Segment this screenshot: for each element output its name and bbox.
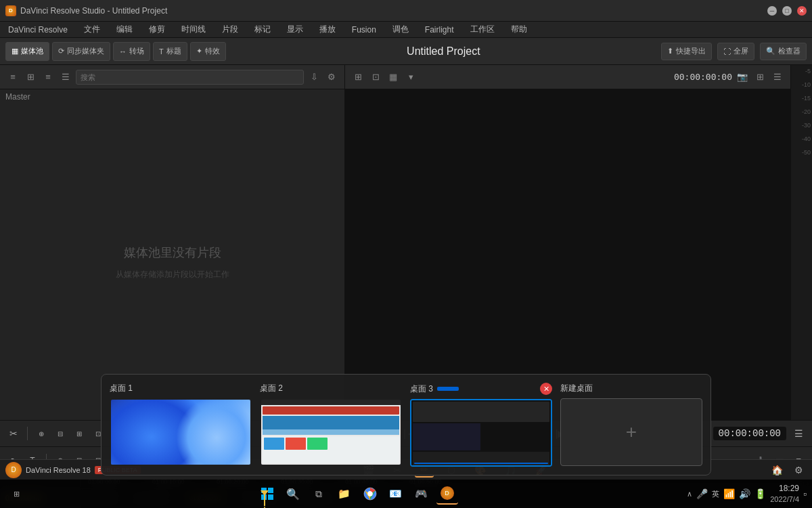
desktop-1-name: 桌面 1 [110, 383, 133, 394]
d3-highlight [414, 463, 548, 464]
preview-toolbar: ⊞ ⊡ ▦ ▾ 00:00:00:00 📷 ⊞ ☰ [345, 65, 790, 89]
wifi-icon[interactable]: 📶 [723, 488, 735, 499]
preview-panel: ⊞ ⊡ ▦ ▾ 00:00:00:00 📷 ⊞ ☰ [345, 65, 790, 420]
menu-edit[interactable]: 编辑 [114, 22, 135, 37]
new-desktop-item[interactable]: 新建桌面 + [560, 383, 702, 467]
new-desktop-preview[interactable]: + [560, 398, 702, 466]
davinci-taskbar-icon: D [441, 486, 454, 500]
desktop-switcher-popup: 桌面 1 桌面 2 [101, 374, 711, 475]
taskbar-search-btn[interactable]: 🔍 [282, 483, 304, 505]
menu-trim[interactable]: 修剪 [146, 22, 168, 37]
taskbar-center: 🔍 ⧉ 📁 📧 🎮 D [27, 483, 687, 505]
menu-clip[interactable]: 片段 [219, 22, 241, 37]
input-method[interactable]: 英 [712, 489, 719, 499]
menu-fairlight[interactable]: Fairlight [422, 24, 457, 36]
maximize-button[interactable]: □ [782, 6, 792, 16]
desktop-3-close-btn[interactable]: ✕ [540, 383, 552, 395]
menu-davinci[interactable]: DaVinci Resolve [5, 24, 70, 36]
desktop-1-preview[interactable] [110, 398, 252, 466]
media-pool-empty-sub: 从媒体存储添加片段以开始工作 [116, 269, 229, 280]
fullscreen-button[interactable]: ⛶ 全屏 [717, 43, 754, 60]
taskbar-clock[interactable]: 18:29 2022/7/4 [770, 483, 799, 505]
menu-color[interactable]: 调色 [390, 22, 411, 37]
taskbar-app5[interactable]: 🎮 [411, 483, 432, 505]
taskbar-task-view[interactable]: ⧉ [308, 483, 330, 505]
menu-bar: DaVinci Resolve 文件 编辑 修剪 时间线 片段 标记 显示 播放… [0, 22, 812, 38]
menu-workspace[interactable]: 工作区 [468, 22, 497, 37]
quick-export-button[interactable]: ⬆ 快捷导出 [661, 43, 712, 60]
media-pool-empty-main: 媒体池里没有片段 [124, 245, 221, 261]
ws-settings-btn[interactable]: ⚙ [790, 462, 807, 478]
system-tray-expand[interactable]: ∧ [687, 490, 692, 499]
transition-icon: ↔ [119, 47, 127, 56]
fullscreen-icon: ⛶ [723, 47, 731, 56]
menu-marker[interactable]: 标记 [252, 22, 273, 37]
menu-view[interactable]: 显示 [284, 22, 306, 37]
windows-taskbar: ⊞ 🔍 ⧉ 📁 [0, 480, 812, 508]
taskbar-davinci[interactable]: D [436, 483, 458, 505]
tool-1[interactable]: ⊕ [33, 425, 49, 442]
mp-view-btn4[interactable]: ☰ [58, 70, 73, 85]
menu-fusion[interactable]: Fusion [349, 24, 379, 36]
desktop-3-preview[interactable] [410, 399, 552, 467]
taskbar-left: ⊞ [5, 483, 27, 505]
ws-home-btn[interactable]: 🏠 [769, 462, 785, 478]
ws-right: 🏠 ⚙ [769, 462, 807, 478]
menu-play[interactable]: 播放 [317, 22, 338, 37]
minimize-button[interactable]: ─ [767, 6, 777, 16]
microphone-icon[interactable]: 🎤 [696, 488, 708, 499]
preview-btn3[interactable]: ▦ [386, 70, 401, 85]
preview-timecode-toggle[interactable]: ▾ [403, 70, 418, 85]
desktop-1-label-area: 桌面 1 [110, 383, 252, 394]
menu-help[interactable]: 帮助 [508, 22, 530, 37]
davinci-logo: D [5, 462, 22, 478]
toolbar-effects[interactable]: ✦ 特效 [190, 42, 226, 61]
preview-btn1[interactable]: ⊞ [351, 70, 365, 85]
toolbar-sync[interactable]: ⟳ 同步媒体夹 [52, 42, 110, 61]
title-bar-text: DaVinci Resolve Studio - Untitled Projec… [20, 6, 167, 16]
tool-3[interactable]: ⊞ [71, 425, 87, 442]
desktop-item-3[interactable]: 桌面 3 ✕ [410, 383, 552, 467]
media-pool-master-label: Master [0, 89, 36, 104]
effects-icon: ✦ [196, 47, 202, 56]
taskbar-file-manager[interactable]: 📁 [334, 483, 355, 505]
desktop-item-1[interactable]: 桌面 1 [110, 383, 252, 467]
toolbar-media-pool[interactable]: ▦ 媒体池 [5, 42, 49, 61]
menu-file[interactable]: 文件 [81, 22, 103, 37]
search-input[interactable] [76, 70, 304, 85]
battery-icon[interactable]: 🔋 [754, 488, 766, 499]
desktop-2-content [261, 400, 401, 465]
close-button[interactable]: ✕ [797, 6, 807, 16]
new-desktop-name: 新建桌面 [560, 383, 593, 394]
toolbar-transition[interactable]: ↔ 转场 [113, 42, 150, 61]
app-icon: D [5, 5, 16, 16]
taskbar-chrome[interactable] [359, 483, 381, 505]
show-desktop-btn[interactable]: ▫ [803, 488, 807, 499]
desktop-item-2[interactable]: 桌面 2 [260, 383, 402, 467]
desktop-2-name: 桌面 2 [260, 383, 283, 394]
mp-view-btn1[interactable]: ≡ [5, 70, 20, 85]
title-bar-left: D DaVinci Resolve Studio - Untitled Proj… [5, 5, 167, 16]
mp-settings-btn[interactable]: ⚙ [324, 70, 339, 85]
meter-label-20: -20 [792, 108, 811, 115]
toolbar-title[interactable]: T 标题 [153, 42, 187, 61]
volume-icon[interactable]: 🔊 [739, 488, 750, 499]
mp-view-btn3[interactable]: ≡ [41, 70, 55, 85]
desktop-2-preview[interactable] [260, 398, 402, 466]
tool-blade[interactable]: ✂ [5, 425, 22, 442]
transport-timecode: 00:00:00:00 [713, 427, 786, 440]
preview-options-btn[interactable]: ⊞ [752, 70, 767, 85]
preview-menu-btn[interactable]: ☰ [770, 70, 785, 85]
mp-view-btn2[interactable]: ⊞ [23, 70, 38, 85]
preview-camera-btn[interactable]: 📷 [735, 70, 750, 85]
desktop-3-indicator [437, 387, 459, 391]
transport-more[interactable]: ☰ [790, 425, 807, 442]
toolbar-right: ⬆ 快捷导出 ⛶ 全屏 🔍 检查器 [661, 43, 807, 60]
inspector-button[interactable]: 🔍 检查器 [760, 43, 807, 60]
taskbar-outlook[interactable]: 📧 [385, 483, 407, 505]
menu-timeline[interactable]: 时间线 [179, 22, 208, 37]
mp-filter-btn[interactable]: ⇩ [307, 70, 321, 85]
toolbar-center: Untitled Project [229, 45, 658, 58]
preview-btn2[interactable]: ⊡ [368, 70, 383, 85]
tool-2[interactable]: ⊟ [52, 425, 68, 442]
